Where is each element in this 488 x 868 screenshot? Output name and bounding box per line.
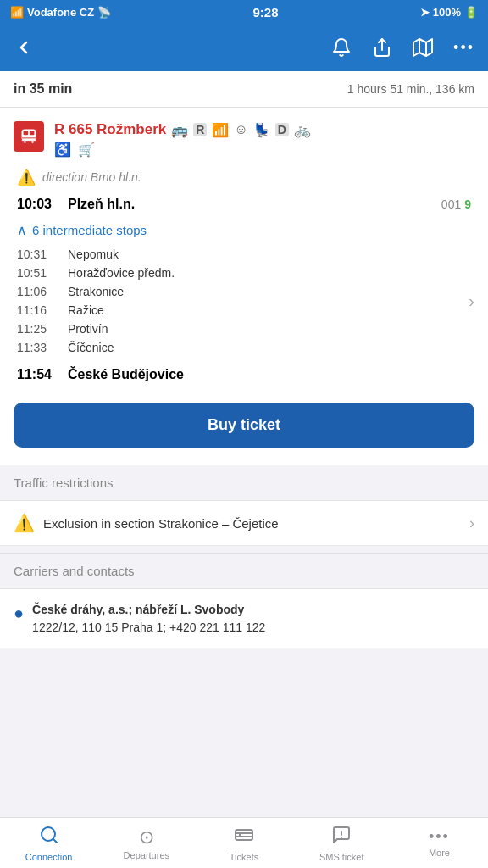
svg-point-8: [24, 141, 27, 144]
more-icon[interactable]: •••: [453, 39, 474, 57]
share-icon[interactable]: [372, 37, 392, 58]
tab-connection[interactable]: Connection: [0, 820, 97, 867]
more-tab-icon: •••: [429, 828, 450, 846]
origin-track: 001: [441, 198, 461, 211]
int-name-5: Protivín: [68, 322, 108, 336]
tab-connection-label: Connection: [25, 852, 73, 862]
intermediate-label: 6 intermediate stops: [32, 223, 147, 237]
restriction-text: Exclusion in section Strakonice – Čejeti…: [43, 516, 463, 531]
status-battery: ➤ 100% 🔋: [420, 6, 478, 19]
restriction-warning-icon: ⚠️: [14, 513, 35, 533]
summary-bar: in 35 min 1 hours 51 min., 136 km: [0, 71, 488, 108]
departures-icon: ⊙: [139, 826, 154, 849]
train-header: R 665 Rožmberk 🚌 R 📶 ☺ 💺 D 🚲 ♿ 🛒: [14, 121, 474, 158]
int-time-2: 10:51: [17, 266, 68, 280]
origin-time: 10:03: [17, 197, 68, 212]
nav-bar: •••: [0, 24, 488, 71]
dest-name: České Budějovice: [68, 367, 471, 382]
battery-icon: 🔋: [464, 6, 478, 19]
tab-more[interactable]: ••• More: [391, 823, 488, 863]
restriction-chevron-icon: ›: [469, 515, 474, 532]
svg-line-12: [53, 838, 56, 842]
tab-tickets[interactable]: Tickets: [195, 820, 292, 867]
int-name-3: Strakonice: [68, 285, 124, 298]
expand-stops-chevron[interactable]: ›: [469, 292, 474, 311]
int-time-3: 11:06: [17, 285, 68, 298]
traffic-restriction-item[interactable]: ⚠️ Exclusion in section Strakonice – Čej…: [0, 501, 488, 546]
main-content: R 665 Rožmberk 🚌 R 📶 ☺ 💺 D 🚲 ♿ 🛒 ⚠️ dire…: [0, 108, 488, 465]
train-name: R 665 Rožmberk: [54, 121, 166, 138]
buy-ticket-button[interactable]: Buy ticket: [14, 403, 474, 448]
tab-sms-ticket[interactable]: SMS ticket: [293, 820, 391, 867]
list-item: 11:33 Číčenice: [14, 338, 474, 357]
carrier-name: České dráhy, a.s.; nábřeží L. Svobody: [32, 601, 265, 619]
destination-stop: 11:54 České Budějovice: [14, 367, 474, 382]
wifi-icon: 📡: [97, 6, 111, 19]
sms-icon: [331, 825, 352, 850]
traffic-restrictions-header: Traffic restrictions: [0, 465, 488, 501]
wifi-service-icon: 📶: [212, 122, 229, 138]
list-item: 10:31 Nepomuk: [14, 245, 474, 264]
svg-point-9: [31, 141, 35, 144]
wheelchair-icon: ♿: [54, 142, 71, 158]
carrier-item: ● České dráhy, a.s.; nábřeží L. Svobody …: [14, 601, 474, 637]
dest-time: 11:54: [17, 367, 68, 382]
carrier-detail: 1222/12, 110 15 Praha 1; +420 221 111 12…: [32, 619, 265, 637]
intermediate-toggle[interactable]: ∧ 6 intermediate stops: [14, 219, 474, 245]
carriers-header: Carriers and contacts: [0, 553, 488, 589]
bus-icon: 🚌: [171, 122, 188, 138]
status-time: 9:28: [252, 5, 278, 19]
tab-departures-label: Departures: [124, 850, 169, 860]
tab-more-label: More: [429, 848, 450, 858]
tab-tickets-label: Tickets: [230, 852, 258, 862]
location-icon: ➤: [420, 6, 430, 19]
status-carrier: 📶 Vodafone CZ 📡: [10, 6, 111, 19]
direction-text: direction Brno hl.n.: [42, 170, 141, 184]
origin-stop: 10:03 Plzeň hl.n. 001 9: [14, 197, 474, 212]
comfort-icon: ☺: [234, 122, 247, 137]
int-name-4: Ražice: [68, 303, 104, 317]
list-item: 11:16 Ražice: [14, 301, 474, 320]
d-badge: D: [275, 123, 289, 136]
svg-rect-13: [236, 830, 252, 840]
list-item: 11:25 Protivín: [14, 320, 474, 338]
int-time-4: 11:16: [17, 303, 68, 317]
search-icon: [39, 825, 59, 850]
origin-track-extra: 9: [464, 198, 471, 211]
intermediate-stops: 10:31 Nepomuk 10:51 Horažďovice předm. 1…: [14, 245, 474, 357]
departure-time: in 35 min: [14, 81, 72, 97]
bell-icon[interactable]: [331, 37, 352, 58]
int-time-6: 11:33: [17, 341, 68, 354]
trip-duration: 1 hours 51 min., 136 km: [347, 82, 474, 96]
seat-icon: 💺: [253, 122, 270, 138]
chevron-up-icon: ∧: [17, 222, 27, 238]
int-time-1: 10:31: [17, 248, 68, 261]
train-info: R 665 Rožmberk 🚌 R 📶 ☺ 💺 D 🚲 ♿ 🛒: [54, 121, 474, 158]
map-icon[interactable]: [413, 37, 433, 58]
svg-rect-6: [30, 131, 34, 136]
tab-bar: Connection ⊙ Departures Tickets SMS tick…: [0, 817, 488, 868]
int-time-5: 11:25: [17, 322, 68, 336]
tab-sms-label: SMS ticket: [319, 852, 364, 862]
list-item: 10:51 Horažďovice předm.: [14, 264, 474, 282]
svg-marker-1: [413, 39, 432, 56]
cart-icon: 🛒: [78, 142, 95, 158]
list-item: 11:06 Strakonice: [14, 282, 474, 301]
status-bar: 📶 Vodafone CZ 📡 9:28 ➤ 100% 🔋: [0, 0, 488, 24]
back-button[interactable]: [14, 37, 34, 58]
tab-departures[interactable]: ⊙ Departures: [97, 821, 195, 865]
signal-icon: 📶: [10, 6, 24, 19]
int-name-2: Horažďovice předm.: [68, 266, 175, 280]
direction-warning-icon: ⚠️: [17, 168, 36, 186]
carriers-section: ● České dráhy, a.s.; nábřeží L. Svobody …: [0, 589, 488, 648]
carrier-dot-icon: ●: [14, 601, 24, 625]
bike-icon: 🚲: [294, 122, 311, 138]
origin-name: Plzeň hl.n.: [68, 197, 438, 212]
tickets-icon: [234, 825, 254, 850]
train-badges: ♿ 🛒: [54, 142, 474, 158]
int-name-6: Číčenice: [68, 341, 114, 354]
r-badge: R: [193, 123, 207, 136]
train-type-icon: [14, 121, 44, 152]
direction-row: ⚠️ direction Brno hl.n.: [14, 168, 474, 186]
nav-icons-right: •••: [331, 37, 474, 58]
